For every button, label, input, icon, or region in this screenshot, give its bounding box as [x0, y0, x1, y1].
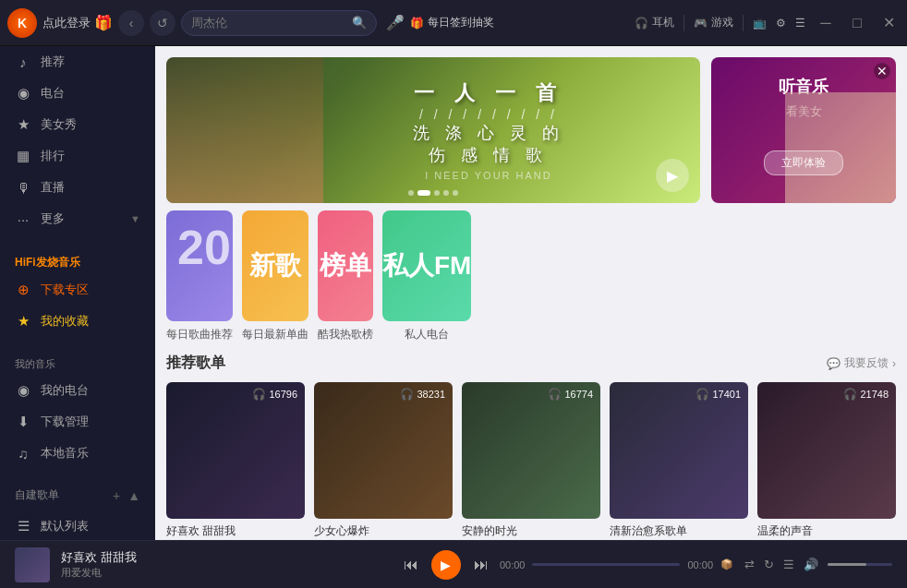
playlist-section: 推荐歌单 💬 我要反馈 › 🎧 16796 好喜欢 甜甜我: [155, 354, 907, 540]
search-icon[interactable]: 🔍: [352, 16, 367, 30]
playlist-name-1: 好喜欢 甜甜我: [166, 523, 305, 539]
player-artist: 用爱发电: [61, 566, 393, 580]
myradio-icon: ◉: [15, 382, 31, 399]
shuffle-button[interactable]: ⇄: [744, 558, 755, 571]
minimize-button[interactable]: ─: [815, 12, 837, 34]
playlist-count-2: 🎧 38231: [400, 388, 445, 401]
banner-dot-3[interactable]: [434, 190, 440, 196]
forward-button[interactable]: ↺: [150, 10, 175, 36]
mic-nav-icon: 🎙: [15, 180, 31, 196]
banner-dot-5[interactable]: [453, 190, 458, 196]
volume-bar[interactable]: [828, 563, 892, 566]
chat-icon: 💬: [827, 357, 840, 370]
gift-box-icon: 🎁: [410, 17, 424, 30]
playlist-header: 自建歌单 + ▲: [0, 480, 155, 510]
sidebar-item-more[interactable]: ··· 更多 ▼: [0, 203, 155, 234]
sidebar-item-default-playlist[interactable]: ☰ 默认列表: [0, 510, 155, 540]
category-card-newsongs[interactable]: 新歌: [242, 210, 308, 321]
progress-bar[interactable]: [532, 563, 680, 566]
collapse-playlist-icon[interactable]: ▲: [127, 488, 140, 503]
side-banner-girl: [785, 92, 896, 203]
hifi-section-title: HiFi发烧音乐: [0, 246, 155, 274]
category-newsongs-wrapper: 新歌 每日最新单曲: [242, 210, 308, 342]
banner-dot-1[interactable]: [408, 190, 414, 196]
sidebar-item-radio[interactable]: ◉ 电台: [0, 78, 155, 109]
search-input[interactable]: [191, 16, 346, 30]
headphone-count-icon-3: 🎧: [548, 388, 562, 401]
headphone-button[interactable]: 🎧 耳机: [635, 15, 674, 30]
sidebar-item-download-mgr[interactable]: ⬇ 下载管理: [0, 406, 155, 438]
banner-dot-2[interactable]: [417, 190, 430, 196]
banner-section: 一 人 一 首 / / / / / / / / / / 洗 涤 心 灵 的 伤 …: [155, 46, 907, 210]
menu-icon: ☰: [795, 17, 805, 30]
banner-play-button[interactable]: ▶: [656, 159, 689, 192]
content-area: 一 人 一 首 / / / / / / / / / / 洗 涤 心 灵 的 伤 …: [155, 46, 907, 540]
headphone-count-icon: 🎧: [252, 388, 266, 401]
side-banner[interactable]: ✕ 听音乐 看美女 立即体验: [711, 57, 896, 203]
main-banner[interactable]: 一 人 一 首 / / / / / / / / / / 洗 涤 心 灵 的 伤 …: [166, 57, 700, 203]
sidebar-item-favorites[interactable]: ★ 我的收藏: [0, 306, 155, 337]
side-banner-button[interactable]: 立即体验: [764, 150, 843, 175]
next-button[interactable]: ⏭: [474, 557, 489, 573]
maximize-button[interactable]: □: [846, 12, 868, 34]
category-card-fm[interactable]: 私人FM: [382, 210, 471, 321]
login-button[interactable]: 点此登录 🎁: [42, 14, 113, 31]
sidebar-item-live[interactable]: 🎙 直播: [0, 172, 155, 203]
settings-button[interactable]: ⚙: [776, 17, 786, 30]
volume-fill: [828, 563, 866, 566]
playlist-thumb-1: 🎧 16796: [166, 382, 305, 519]
banner-dot-4[interactable]: [443, 190, 449, 196]
playlist-button[interactable]: ☰: [783, 558, 794, 571]
close-button[interactable]: ✕: [877, 12, 900, 34]
list-icon: ☰: [15, 518, 31, 534]
radio-icon: ◉: [15, 85, 31, 102]
expand-icon: ▼: [130, 213, 140, 224]
sidebar-item-recommend[interactable]: ♪ 推荐: [0, 46, 155, 78]
game-button[interactable]: 🎮 游戏: [694, 15, 733, 30]
playlist-count-1: 🎧 16796: [252, 388, 297, 401]
category-label-newsongs: 新歌: [249, 248, 301, 283]
playlist-card-5[interactable]: 🎧 21748 温柔的声音: [757, 382, 896, 539]
daily-sign-button[interactable]: 🎁 每日签到抽奖: [410, 15, 494, 30]
divider: [683, 15, 684, 31]
app-logo[interactable]: K: [7, 8, 37, 38]
banner-title: 一 人 一 首: [413, 79, 564, 107]
mic-icon[interactable]: 🎤: [386, 14, 405, 31]
add-playlist-icon[interactable]: +: [113, 488, 120, 503]
feedback-button[interactable]: 💬 我要反馈 ›: [827, 355, 896, 371]
banner-subtitle1: 洗 涤 心 灵 的: [413, 122, 564, 144]
screen-button[interactable]: 📺: [753, 17, 767, 30]
category-card-chart[interactable]: 榜单: [318, 210, 373, 321]
download-icon: ⬇: [15, 414, 31, 430]
play-pause-button[interactable]: ▶: [431, 550, 461, 580]
playlist-grid: 🎧 16796 好喜欢 甜甜我 🎧 38231 少女心爆炸: [166, 382, 896, 539]
category-grid: 20 每日歌曲推荐 新歌 每日最新单曲 榜单 酷我热歌榜: [166, 210, 896, 342]
category-daily-wrapper: 20 每日歌曲推荐: [166, 210, 233, 342]
sidebar-item-local-music[interactable]: ♫ 本地音乐: [0, 438, 155, 469]
sidebar-item-download[interactable]: ⊕ 下载专区: [0, 274, 155, 306]
player-right: ⇄ ↻ ☰ 🔊: [744, 558, 892, 571]
playlist-name-5: 温柔的声音: [757, 523, 896, 539]
menu-button[interactable]: ☰: [795, 17, 805, 30]
playlist-card-1[interactable]: 🎧 16796 好喜欢 甜甜我: [166, 382, 305, 539]
sidebar-item-rank[interactable]: ▦ 排行: [0, 140, 155, 172]
player-info: 好喜欢 甜甜我 用爱发电: [61, 549, 393, 580]
playlist-card-4[interactable]: 🎧 17401 清新治愈系歌单: [610, 382, 748, 539]
volume-icon[interactable]: 🔊: [804, 558, 818, 571]
sidebar-item-beauty[interactable]: ★ 美女秀: [0, 109, 155, 140]
playlist-card-3[interactable]: 🎧 16774 安静的时光: [462, 382, 600, 539]
favorites-icon: ★: [15, 313, 31, 330]
prev-button[interactable]: ⏮: [404, 557, 418, 573]
playlist-card-2[interactable]: 🎧 38231 少女心爆炸: [314, 382, 453, 539]
back-button[interactable]: ‹: [118, 10, 144, 36]
playlist-thumb-4: 🎧 17401: [610, 382, 748, 519]
category-card-daily[interactable]: 20: [166, 210, 233, 321]
playlist-thumb-3: 🎧 16774: [462, 382, 600, 519]
repeat-button[interactable]: ↻: [764, 558, 774, 571]
gear-icon: ⚙: [776, 17, 786, 30]
sidebar-item-myradio[interactable]: ◉ 我的电台: [0, 375, 155, 406]
playlist-section-title: 推荐歌单: [166, 354, 225, 373]
music-icon: ♪: [15, 54, 31, 70]
category-fm-wrapper: 私人FM 私人电台: [382, 210, 471, 342]
category-label-chart: 榜单: [320, 248, 371, 283]
